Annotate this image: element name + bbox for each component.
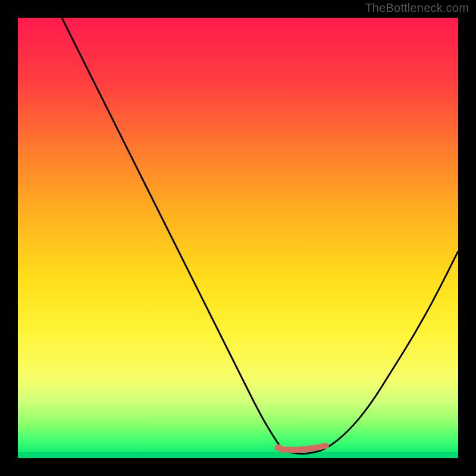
- optimal-marker-dot: [275, 444, 282, 451]
- bottleneck-curve: [62, 18, 458, 454]
- optimal-marker-segment: [282, 446, 326, 450]
- chart-svg: [18, 18, 458, 458]
- plot-area: [18, 18, 458, 458]
- chart-frame: TheBottleneck.com: [0, 0, 476, 476]
- watermark-label: TheBottleneck.com: [365, 1, 469, 15]
